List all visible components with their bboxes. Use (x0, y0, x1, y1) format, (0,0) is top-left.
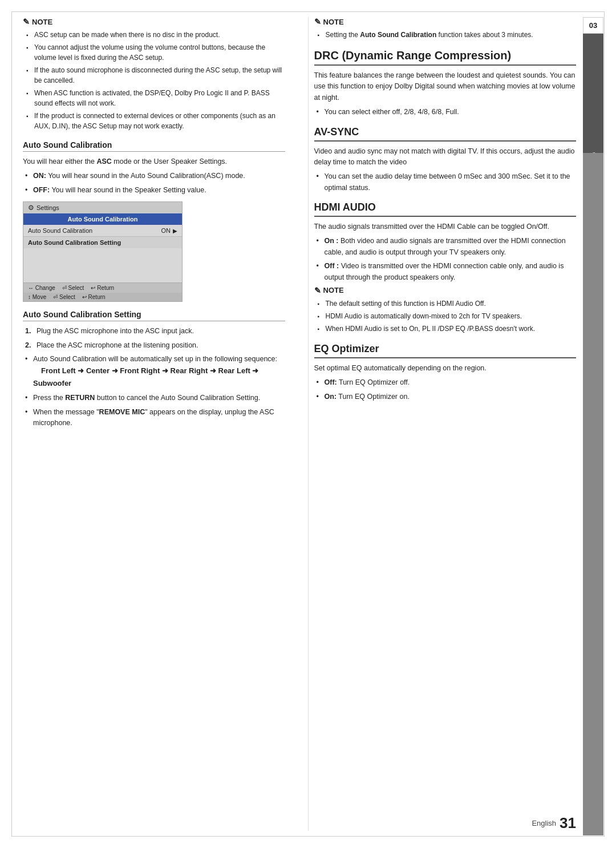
ui-footer-2: ↕ Move ⏎ Select ↩ Return (23, 293, 182, 301)
asc-step-1: 1. Plug the ASC microphone into the ASC … (25, 326, 285, 337)
note-item-3a: The default setting of this function is … (318, 298, 577, 309)
eq-optimizer-bullets: Off: Turn EQ Optimizer off. On: Turn EQ … (314, 377, 577, 402)
note-title-3: ✎ NOTE (314, 286, 577, 295)
av-sync-heading: AV-SYNC (314, 126, 577, 142)
eq-off-bullet: Off: Turn EQ Optimizer off. (317, 377, 577, 388)
ui-footer-1: ↔ Change ⏎ Select ↩ Return (23, 282, 182, 293)
gear-icon: ⚙ (28, 204, 34, 212)
hdmi-audio-heading: HDMI AUDIO (314, 201, 577, 217)
sequence-text: Front Left ➜ Center ➜ Front Right ➜ Rear… (33, 366, 258, 387)
right-column: ✎ NOTE Setting the Auto Sound Calibratio… (308, 17, 577, 831)
page-footer: English 31 (23, 814, 576, 832)
left-column: ✎ NOTE ASC setup can be made when there … (23, 17, 291, 831)
asc-steps: 1. Plug the ASC microphone into the ASC … (23, 326, 285, 351)
note-item: You cannot adjust the volume using the v… (26, 42, 285, 63)
hdmi-on-bullet: On : Both video and audio signals are tr… (317, 236, 577, 258)
ui-highlighted-row: Auto Sound Calibration (23, 213, 182, 225)
hdmi-audio-bullets: On : Both video and audio signals are tr… (314, 236, 577, 283)
drc-bullet: You can select either off, 2/8, 4/8, 6/8… (317, 107, 577, 118)
ui-title-bar: ⚙ Settings (23, 202, 182, 213)
note-box-3: ✎ NOTE The default setting of this funct… (314, 286, 577, 334)
note-box-1: ✎ NOTE ASC setup can be made when there … (23, 17, 285, 131)
note-item-2: Setting the Auto Sound Calibration funct… (318, 30, 577, 40)
ui-empty-area (23, 248, 182, 282)
asc-off-item: OFF: You will hear sound in the Speaker … (25, 185, 285, 196)
asc-setting-heading: Auto Sound Calibration Setting (23, 310, 285, 321)
note-icon-3: ✎ (314, 286, 321, 295)
arrow-right-icon: ▶ (173, 228, 177, 234)
ui-row-asc-setting: Auto Sound Calibration Setting (23, 237, 182, 248)
footer-language: English (532, 819, 556, 827)
av-sync-bullet: You can set the audio delay time between… (317, 171, 577, 193)
footer-page: 31 (560, 814, 576, 832)
asc-body: You will hear either the ASC mode or the… (23, 156, 285, 167)
asc-sequence-bullet: Auto Sound Calibration will be automatic… (25, 354, 285, 390)
note-list-3: The default setting of this function is … (314, 298, 577, 334)
note-item: If the auto sound microphone is disconne… (26, 65, 285, 86)
asc-step-2: 2. Place the ASC microphone at the liste… (25, 340, 285, 351)
note-list-1: ASC setup can be made when there is no d… (23, 30, 285, 131)
note-box-2: ✎ NOTE Setting the Auto Sound Calibratio… (314, 17, 577, 40)
note-icon-1: ✎ (23, 17, 30, 26)
tab-number: 03 (583, 17, 603, 34)
drc-body: This feature balances the range between … (314, 70, 577, 103)
note-list-2: Setting the Auto Sound Calibration funct… (314, 30, 577, 40)
note-item: ASC setup can be made when there is no d… (26, 30, 285, 40)
asc-return-bullet: Press the RETURN button to cancel the Au… (25, 393, 285, 403)
note-title-2: ✎ NOTE (314, 17, 577, 26)
eq-optimizer-heading: EQ Optimizer (314, 343, 577, 358)
drc-bullets: You can select either off, 2/8, 4/8, 6/8… (314, 107, 577, 118)
hdmi-off-bullet: Off : Video is transmitted over the HDMI… (317, 261, 577, 283)
drc-heading: DRC (Dynamic Range Compression) (314, 49, 577, 66)
note-item-3b: HDMI Audio is automatically down-mixed t… (318, 311, 577, 321)
av-sync-body: Video and audio sync may not match with … (314, 146, 577, 168)
eq-optimizer-body: Set optimal EQ automatically depending o… (314, 363, 577, 374)
asc-bullets: ON: You will hear sound in the Auto Soun… (23, 171, 285, 196)
note-icon-2: ✎ (314, 17, 321, 26)
asc-setting-bullets: Auto Sound Calibration will be automatic… (23, 354, 285, 429)
ui-screenshot: ⚙ Settings Auto Sound Calibration Auto S… (23, 201, 183, 302)
note-item-3c: When HDMI Audio is set to On, PL II /DSP… (318, 324, 577, 334)
note-item: When ASC function is activated, the DSP/… (26, 88, 285, 108)
side-tab-bar (583, 153, 603, 835)
hdmi-audio-body: The audio signals transmitted over the H… (314, 221, 577, 232)
note-title-1: ✎ NOTE (23, 17, 285, 26)
note-item: If the product is connected to external … (26, 111, 285, 131)
ui-row-asc: Auto Sound Calibration ON ▶ (23, 225, 182, 237)
eq-on-bullet: On: Turn EQ Optimizer on. (317, 391, 577, 402)
asc-on-item: ON: You will hear sound in the Auto Soun… (25, 171, 285, 181)
av-sync-bullets: You can set the audio delay time between… (314, 171, 577, 193)
main-content: ✎ NOTE ASC setup can be made when there … (23, 17, 576, 831)
auto-sound-calibration-heading: Auto Sound Calibration (23, 140, 285, 152)
asc-remove-mic-bullet: When the message "REMOVE MIC" appears on… (25, 407, 285, 429)
